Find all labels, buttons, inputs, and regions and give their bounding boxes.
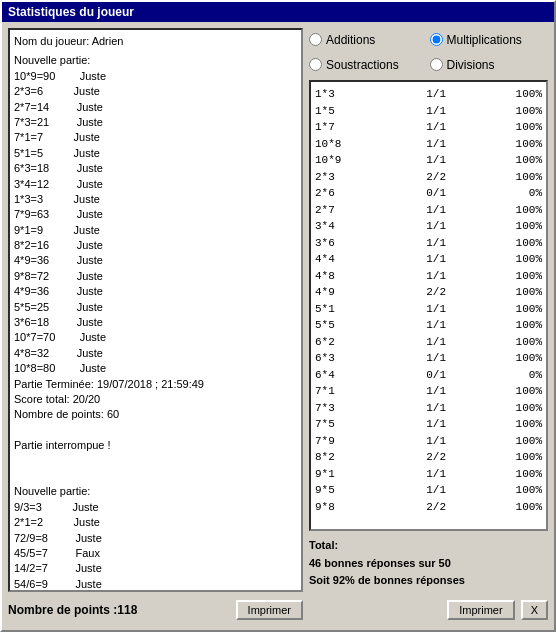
game-log[interactable]: Nom du joueur: Adrien Nouvelle partie:10… — [8, 28, 303, 592]
stat-ratio: 1/1 — [411, 103, 446, 120]
log-line: Partie interrompue ! — [14, 438, 297, 453]
stat-op: 7*3 — [315, 400, 355, 417]
stat-row: 5*11/1100% — [315, 301, 542, 318]
log-line — [14, 423, 297, 438]
stat-row: 2*32/2100% — [315, 169, 542, 186]
stat-op: 3*6 — [315, 235, 355, 252]
radio-divisions-label: Divisions — [447, 58, 495, 72]
stat-row: 4*92/2100% — [315, 284, 542, 301]
stat-op: 5*1 — [315, 301, 355, 318]
log-line: 10*9=90 Juste — [14, 69, 297, 84]
stat-ratio: 1/1 — [411, 119, 446, 136]
player-name: Nom du joueur: Adrien — [14, 34, 297, 49]
stat-op: 6*2 — [315, 334, 355, 351]
stat-row: 6*40/10% — [315, 367, 542, 384]
stat-ratio: 1/1 — [411, 218, 446, 235]
close-button[interactable]: X — [521, 600, 548, 620]
radio-multiplications-label: Multiplications — [447, 33, 522, 47]
log-line: 4*8=32 Juste — [14, 346, 297, 361]
stat-ratio: 1/1 — [411, 334, 446, 351]
log-line: 3*6=18 Juste — [14, 315, 297, 330]
window-title: Statistiques du joueur — [8, 5, 134, 19]
total-line1: Total: — [309, 537, 548, 555]
stat-row: 4*81/1100% — [315, 268, 542, 285]
log-line: 3*4=12 Juste — [14, 177, 297, 192]
bottom-bar-right: Imprimer X — [309, 596, 548, 624]
stat-ratio: 2/2 — [411, 169, 446, 186]
stat-row: 6*21/1100% — [315, 334, 542, 351]
print-button-right[interactable]: Imprimer — [447, 600, 514, 620]
stat-op: 6*3 — [315, 350, 355, 367]
stat-pct: 100% — [502, 449, 542, 466]
stat-row: 9*51/1100% — [315, 482, 542, 499]
log-line: 5*1=5 Juste — [14, 146, 297, 161]
stat-ratio: 1/1 — [411, 202, 446, 219]
stat-row: 8*22/2100% — [315, 449, 542, 466]
stat-op: 1*5 — [315, 103, 355, 120]
stat-op: 7*9 — [315, 433, 355, 450]
log-line — [14, 469, 297, 484]
log-line: 54/6=9 Juste — [14, 577, 297, 592]
stat-row: 1*31/1100% — [315, 86, 542, 103]
total-section: Total: 46 bonnes réponses sur 50 Soit 92… — [309, 535, 548, 592]
stat-op: 8*2 — [315, 449, 355, 466]
stat-ratio: 0/1 — [411, 185, 446, 202]
stat-op: 5*5 — [315, 317, 355, 334]
log-line: 7*3=21 Juste — [14, 115, 297, 130]
stat-ratio: 1/1 — [411, 136, 446, 153]
stat-op: 3*4 — [315, 218, 355, 235]
stat-ratio: 1/1 — [411, 317, 446, 334]
stat-pct: 100% — [502, 169, 542, 186]
radio-soustractions-label: Soustractions — [326, 58, 399, 72]
stat-ratio: 1/1 — [411, 383, 446, 400]
stat-ratio: 1/1 — [411, 251, 446, 268]
stat-op: 4*9 — [315, 284, 355, 301]
stats-area[interactable]: 1*31/1100%1*51/1100%1*71/1100%10*81/1100… — [309, 80, 548, 531]
stat-pct: 100% — [502, 433, 542, 450]
stat-pct: 100% — [502, 334, 542, 351]
stat-pct: 100% — [502, 499, 542, 516]
log-line: 9/3=3 Juste — [14, 500, 297, 515]
log-line: 10*8=80 Juste — [14, 361, 297, 376]
radio-divisions[interactable]: Divisions — [430, 53, 549, 76]
stat-row: 6*31/1100% — [315, 350, 542, 367]
stat-ratio: 2/2 — [411, 449, 446, 466]
stat-row: 9*82/2100% — [315, 499, 542, 516]
print-button-left[interactable]: Imprimer — [236, 600, 303, 620]
left-panel: Nom du joueur: Adrien Nouvelle partie:10… — [8, 28, 303, 624]
stat-pct: 100% — [502, 119, 542, 136]
stat-ratio: 1/1 — [411, 400, 446, 417]
log-line: 4*9=36 Juste — [14, 253, 297, 268]
stat-op: 6*4 — [315, 367, 355, 384]
stat-pct: 0% — [502, 185, 542, 202]
log-line: 2*1=2 Juste — [14, 515, 297, 530]
stat-pct: 100% — [502, 350, 542, 367]
stat-row: 3*41/1100% — [315, 218, 542, 235]
log-line: 7*1=7 Juste — [14, 130, 297, 145]
stat-pct: 100% — [502, 202, 542, 219]
radio-additions[interactable]: Additions — [309, 28, 428, 51]
stat-row: 2*71/1100% — [315, 202, 542, 219]
stat-row: 7*91/1100% — [315, 433, 542, 450]
operation-selector: Additions Multiplications Soustractions … — [309, 28, 548, 76]
stat-pct: 100% — [502, 383, 542, 400]
stat-op: 2*7 — [315, 202, 355, 219]
stat-pct: 0% — [502, 367, 542, 384]
stat-row: 7*51/1100% — [315, 416, 542, 433]
stat-op: 9*1 — [315, 466, 355, 483]
stat-ratio: 1/1 — [411, 301, 446, 318]
total-line2: 46 bonnes réponses sur 50 — [309, 555, 548, 573]
log-line: 7*9=63 Juste — [14, 207, 297, 222]
stat-pct: 100% — [502, 466, 542, 483]
log-line: Score total: 20/20 — [14, 392, 297, 407]
bottom-bar-left: Nombre de points :118 Imprimer — [8, 596, 303, 624]
radio-multiplications[interactable]: Multiplications — [430, 28, 549, 51]
stat-row: 3*61/1100% — [315, 235, 542, 252]
log-line: 10*7=70 Juste — [14, 330, 297, 345]
stat-ratio: 1/1 — [411, 482, 446, 499]
radio-soustractions[interactable]: Soustractions — [309, 53, 428, 76]
log-line: Nombre de points: 60 — [14, 407, 297, 422]
stat-row: 7*11/1100% — [315, 383, 542, 400]
stat-row: 10*81/1100% — [315, 136, 542, 153]
main-window: Statistiques du joueur Nom du joueur: Ad… — [0, 0, 556, 632]
